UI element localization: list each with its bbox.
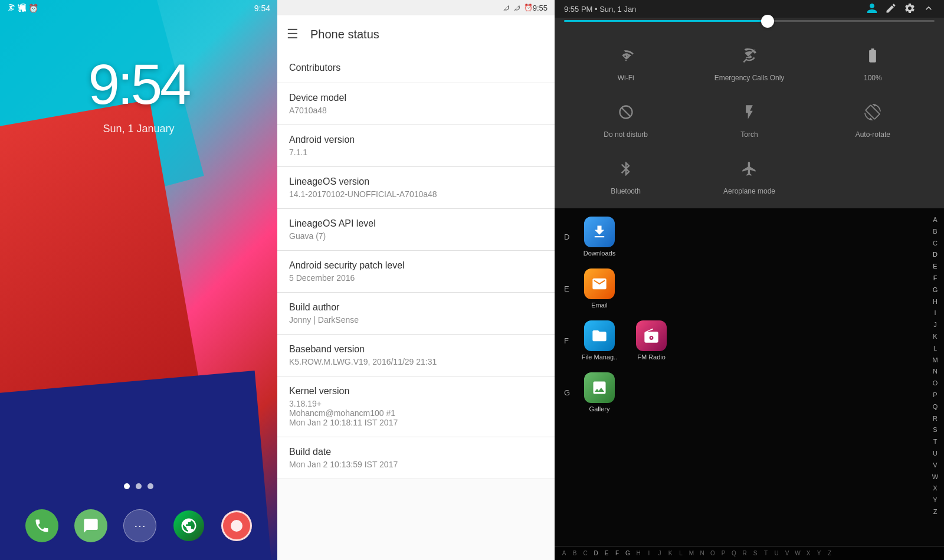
qs-person-icon[interactable]: [866, 2, 878, 16]
qs-tile-emergency[interactable]: Emergency Calls Only: [687, 34, 811, 90]
kernel-version-label: Kernel version: [289, 386, 543, 397]
alphabet-u[interactable]: U: [933, 448, 938, 460]
phone-status-top-bar: ⏰ 9:55: [277, 0, 555, 15]
alphabet-l[interactable]: L: [933, 343, 937, 355]
qs-tile-torch[interactable]: Torch: [687, 90, 811, 147]
qs-tile-battery[interactable]: 100%: [811, 34, 935, 90]
fmradio-label: FM Radio: [637, 353, 666, 361]
alpha-A[interactable]: A: [559, 550, 569, 556]
alphabet-y[interactable]: Y: [933, 494, 937, 506]
alphabet-b[interactable]: B: [933, 226, 937, 238]
alpha-C[interactable]: C: [581, 550, 590, 556]
alpha-Y[interactable]: Y: [814, 550, 824, 556]
alpha-W[interactable]: W: [793, 550, 802, 556]
section-g: G Gallery: [559, 369, 922, 416]
alpha-S[interactable]: S: [750, 550, 760, 556]
app-gallery[interactable]: Gallery: [576, 369, 623, 416]
qs-tile-wifi[interactable]: Wi-Fi: [564, 34, 687, 90]
alphabet-i[interactable]: I: [934, 307, 936, 319]
contributors-item[interactable]: Contributors: [277, 53, 555, 83]
alphabet-k[interactable]: K: [933, 331, 937, 343]
qs-tile-bluetooth[interactable]: Bluetooth: [564, 147, 687, 204]
qs-tile-autorotate[interactable]: Auto-rotate: [811, 90, 935, 147]
qs-edit-icon[interactable]: [885, 2, 897, 16]
alphabet-m[interactable]: M: [932, 355, 938, 366]
build-author-value: Jonny | DarkSense: [289, 315, 543, 325]
brightness-thumb[interactable]: [761, 15, 774, 28]
app-filemanager[interactable]: File Manag..: [576, 317, 623, 364]
alpha-F[interactable]: F: [612, 550, 622, 556]
qs-status-icons: [866, 2, 935, 16]
alphabet-a[interactable]: A: [933, 214, 937, 226]
alphabet-q[interactable]: Q: [933, 401, 938, 413]
alpha-V[interactable]: V: [782, 550, 792, 556]
qs-chevron-up-icon[interactable]: [923, 2, 935, 16]
baseband-version-value: K5.ROW.M.LWG.V19, 2016/11/29 21:31: [289, 357, 543, 366]
app-drawer-grid: D Downloads E: [555, 208, 926, 546]
alpha-N[interactable]: N: [697, 550, 707, 556]
baseband-version-item: Baseband version K5.ROW.M.LWG.V19, 2016/…: [277, 335, 555, 376]
alphabet-g[interactable]: G: [933, 284, 938, 296]
alphabet-x[interactable]: X: [933, 483, 937, 494]
alphabet-e[interactable]: E: [933, 261, 937, 273]
app-downloads[interactable]: Downloads: [576, 213, 623, 260]
downloads-label: Downloads: [584, 250, 615, 257]
alpha-L[interactable]: L: [676, 550, 686, 556]
dock-apps-icon[interactable]: ⋯: [123, 509, 156, 542]
alpha-K[interactable]: K: [666, 550, 675, 556]
alphabet-r[interactable]: R: [933, 413, 938, 425]
lock-screen-time-display: 9:54: [254, 4, 270, 13]
phone-status-panel: ⏰ 9:55 ☰ Phone status Contributors Devic…: [277, 0, 555, 560]
dock-phone-icon[interactable]: [25, 509, 58, 542]
qs-settings-icon[interactable]: [904, 2, 916, 16]
app-drawer: D Downloads E: [555, 208, 944, 560]
alphabet-t[interactable]: T: [933, 436, 938, 448]
email-label: Email: [591, 302, 608, 309]
alpha-T[interactable]: T: [761, 550, 771, 556]
section-f: F File Manag.. FM Radio: [559, 317, 922, 364]
dock-messages-icon[interactable]: [74, 509, 107, 542]
alphabet-v[interactable]: V: [933, 460, 937, 471]
alphabet-z[interactable]: Z: [933, 506, 938, 518]
alphabet-c[interactable]: C: [933, 238, 938, 250]
build-author-item: Build author Jonny | DarkSense: [277, 293, 555, 335]
qs-tile-dnd[interactable]: Do not disturb: [564, 90, 687, 147]
alpha-U[interactable]: U: [772, 550, 781, 556]
alpha-Z[interactable]: Z: [825, 550, 834, 556]
alphabet-f[interactable]: F: [933, 273, 938, 284]
alphabet-j[interactable]: J: [933, 319, 937, 331]
alpha-E[interactable]: E: [602, 550, 611, 556]
qs-brightness-slider[interactable]: [555, 18, 944, 29]
security-patch-item: Android security patch level 5 December …: [277, 251, 555, 293]
alphabet-n[interactable]: N: [933, 366, 938, 378]
alphabet-p[interactable]: P: [933, 389, 937, 401]
alphabet-h[interactable]: H: [933, 296, 938, 308]
alphabet-o[interactable]: O: [933, 378, 938, 389]
alpha-J[interactable]: J: [655, 550, 664, 556]
apps-g-row: Gallery: [576, 369, 623, 416]
dnd-icon: [612, 99, 640, 126]
alphabet-w[interactable]: W: [932, 471, 938, 483]
menu-icon[interactable]: ☰: [287, 27, 299, 42]
lineageos-version-label: LineageOS version: [289, 176, 543, 187]
dock-record-icon[interactable]: [221, 510, 252, 541]
alpha-P[interactable]: P: [719, 550, 728, 556]
alpha-O[interactable]: O: [708, 550, 717, 556]
alpha-H[interactable]: H: [634, 550, 643, 556]
alpha-I[interactable]: I: [644, 550, 654, 556]
app-email[interactable]: Email: [576, 265, 623, 312]
alpha-B[interactable]: B: [570, 550, 579, 556]
alphabet-d[interactable]: D: [933, 249, 938, 261]
app-fmradio[interactable]: FM Radio: [628, 317, 675, 364]
alpha-X[interactable]: X: [804, 550, 813, 556]
dock-browser-icon[interactable]: [172, 509, 205, 542]
alpha-Q[interactable]: Q: [729, 550, 739, 556]
alpha-M[interactable]: M: [687, 550, 696, 556]
alphabet-s[interactable]: S: [933, 424, 937, 436]
bluetooth-icon: [612, 155, 640, 182]
alpha-R[interactable]: R: [740, 550, 749, 556]
alpha-D[interactable]: D: [591, 550, 601, 556]
airplane-icon: [736, 155, 763, 182]
qs-tile-airplane[interactable]: Aeroplane mode: [687, 147, 811, 204]
alpha-G[interactable]: G: [623, 550, 632, 556]
